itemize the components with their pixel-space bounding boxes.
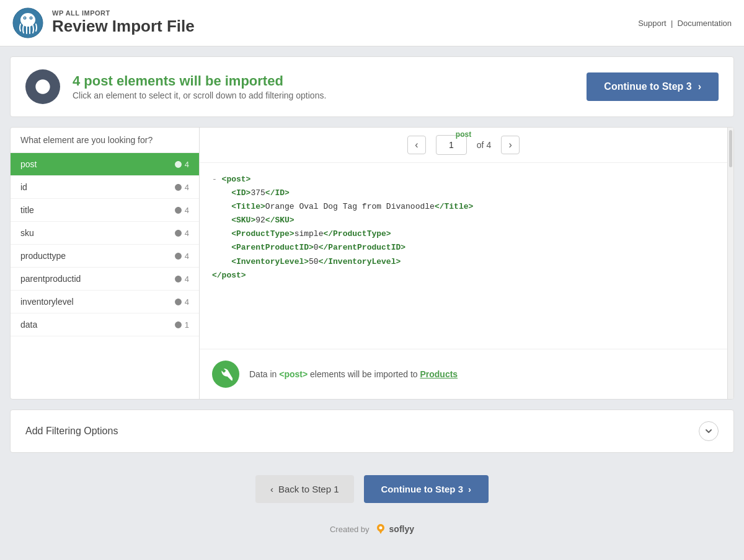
- page-title: Review Import File: [52, 17, 195, 36]
- soflyy-logo: soflyy: [374, 523, 414, 535]
- elements-sidebar: What element are you looking for? post 4…: [11, 128, 200, 399]
- import-icon: [25, 69, 60, 104]
- element-name: parentproductid: [20, 274, 81, 284]
- element-count: 4: [174, 274, 189, 284]
- svg-point-4: [24, 17, 25, 19]
- svg-point-6: [379, 527, 382, 530]
- xml-info-footer: Data in <post> elements will be imported…: [200, 349, 727, 399]
- main-content: 4 post elements will be imported Click a…: [0, 46, 744, 553]
- continue-bottom-button[interactable]: Continue to Step 3 ›: [364, 475, 489, 503]
- element-item-title[interactable]: title 4: [11, 199, 199, 222]
- info-banner: 4 post elements will be imported Click a…: [10, 56, 734, 117]
- app-name: WP ALL IMPORT: [52, 9, 195, 17]
- info-banner-left: 4 post elements will be imported Click a…: [25, 69, 326, 104]
- filtering-title: Add Filtering Options: [25, 426, 118, 437]
- header: WP ALL IMPORT Review Import File Support…: [0, 0, 744, 46]
- svg-point-1: [20, 13, 35, 27]
- header-title-group: WP ALL IMPORT Review Import File: [52, 9, 195, 36]
- continue-top-button[interactable]: Continue to Step 3 ›: [587, 72, 719, 101]
- xml-content: - <post> <ID>375</ID> <Title>Orange Oval…: [200, 163, 727, 349]
- logo-icon: [12, 7, 43, 38]
- element-name: id: [20, 182, 27, 192]
- xml-info-icon: [212, 361, 239, 388]
- element-item-post[interactable]: post 4: [11, 153, 199, 176]
- info-subtitle: Click an element to select it, or scroll…: [73, 90, 326, 100]
- arrow-right-icon: ›: [468, 484, 471, 494]
- xml-nav: post ‹ of 4 ›: [200, 128, 727, 163]
- element-item-id[interactable]: id 4: [11, 176, 199, 199]
- elements-header: What element are you looking for?: [11, 128, 199, 153]
- element-count: 4: [174, 183, 189, 192]
- element-item-parentproductid[interactable]: parentproductid 4: [11, 268, 199, 291]
- element-item-inventorylevel[interactable]: inventorylevel 4: [11, 291, 199, 313]
- support-link[interactable]: Support: [638, 19, 666, 28]
- element-item-producttype[interactable]: producttype 4: [11, 245, 199, 268]
- back-label: Back to Step 1: [278, 484, 339, 494]
- xml-line: <ProductType>simple</ProductType>: [212, 227, 715, 241]
- element-name: inventorylevel: [20, 297, 74, 307]
- element-name: title: [20, 205, 34, 215]
- footer: Created by soflyy: [10, 515, 734, 543]
- info-text: 4 post elements will be imported Click a…: [73, 73, 326, 100]
- products-link[interactable]: Products: [420, 369, 458, 379]
- xml-line: </post>: [212, 269, 715, 282]
- continue-bottom-label: Continue to Step 3: [381, 484, 464, 494]
- element-count: 4: [174, 297, 189, 307]
- element-count: 4: [174, 160, 189, 169]
- prev-page-button[interactable]: ‹: [407, 136, 426, 154]
- scrollbar[interactable]: [727, 128, 733, 399]
- element-item-sku[interactable]: sku 4: [11, 222, 199, 245]
- info-title: 4 post elements will be imported: [73, 73, 326, 89]
- element-count: 4: [73, 73, 80, 89]
- element-name: data: [20, 320, 37, 330]
- element-count: 4: [174, 252, 189, 261]
- header-links: Support | Documentation: [638, 19, 732, 28]
- element-name: producttype: [20, 251, 66, 261]
- header-left: WP ALL IMPORT Review Import File: [12, 7, 195, 38]
- element-name: sku: [20, 228, 34, 238]
- filtering-panel[interactable]: Add Filtering Options: [10, 409, 734, 453]
- brand-name: soflyy: [389, 524, 414, 534]
- back-button[interactable]: ‹ Back to Step 1: [255, 475, 354, 503]
- page-of-label: of 4: [477, 140, 491, 150]
- arrow-right-icon: ›: [698, 81, 701, 92]
- xml-info-description: Data in <post> elements will be imported…: [249, 369, 458, 379]
- xml-line: <InventoryLevel>50</InventoryLevel>: [212, 255, 715, 269]
- element-count: 4: [174, 206, 189, 215]
- xml-viewer: post ‹ of 4 › - <post> <ID>375</ID> <Tit…: [200, 128, 727, 399]
- element-count: 1: [174, 320, 189, 330]
- xml-line: <SKU>92</SKU>: [212, 214, 715, 227]
- middle-panel: What element are you looking for? post 4…: [10, 127, 734, 400]
- xml-element-label: post: [456, 130, 471, 139]
- xml-line: <Title>Orange Oval Dog Tag from Divanood…: [212, 200, 715, 214]
- xml-line: <ParentProductID>0</ParentProductID>: [212, 241, 715, 255]
- elements-list: post 4 id 4 title 4 sku 4: [11, 153, 199, 336]
- back-arrow-icon: ‹: [270, 484, 273, 494]
- chevron-down-icon: [699, 421, 719, 441]
- continue-top-label: Continue to Step 3: [604, 81, 691, 92]
- soflyy-icon: [374, 523, 387, 535]
- xml-line: <ID>375</ID>: [212, 186, 715, 200]
- xml-line: - <post>: [212, 173, 715, 186]
- element-item-data[interactable]: data 1: [11, 313, 199, 336]
- created-by-text: Created by: [330, 525, 370, 534]
- next-page-button[interactable]: ›: [501, 136, 520, 154]
- element-name: post: [20, 159, 37, 169]
- documentation-link[interactable]: Documentation: [678, 19, 732, 28]
- svg-point-5: [30, 17, 32, 19]
- bottom-nav: ‹ Back to Step 1 Continue to Step 3 ›: [10, 463, 734, 515]
- element-count: 4: [174, 229, 189, 238]
